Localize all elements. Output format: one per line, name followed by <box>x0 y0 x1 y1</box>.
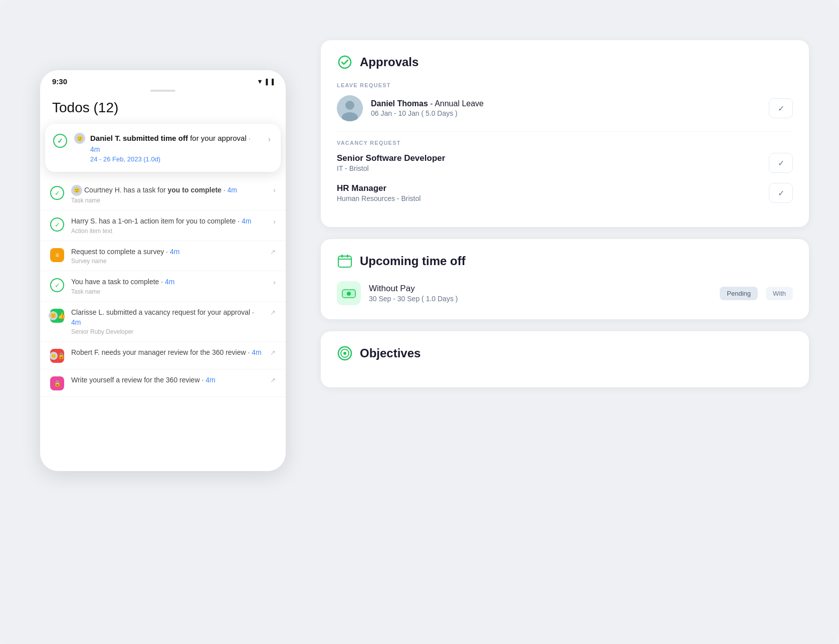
avatar-clarisse: 🙂 <box>49 311 58 320</box>
avatar-daniel <box>337 95 363 121</box>
svg-point-2 <box>345 101 354 110</box>
approve-vacancy1-button[interactable]: ✓ <box>769 153 793 173</box>
todo-item-title: You have a task to complete · 4m <box>71 277 266 287</box>
todo-item-sub: Senior Ruby Developer <box>71 328 263 335</box>
page-container: 9:30 ▾ ▐ ▐ Todos (12) ✓ 🙂 <box>0 0 839 644</box>
list-item[interactable]: ✓ You have a task to complete · 4m Task … <box>40 271 286 302</box>
approvals-card: Approvals LEAVE REQUEST Daniel Thomas - … <box>321 40 809 227</box>
vacancy-meta-2: Human Resources - Bristol <box>337 194 769 202</box>
survey-icon: ≡ <box>50 248 64 262</box>
todo-card-content: 🙂 Daniel T. submitted time off for your … <box>74 133 261 163</box>
arrow-icon: › <box>268 135 271 144</box>
signal-icon: ▐ <box>264 79 268 85</box>
phone-title: Todos (12) <box>40 100 286 124</box>
pending-badge: Pending <box>720 287 758 300</box>
todo-title-rest: for your approval <box>188 134 247 142</box>
list-item[interactable]: 🙂 🔒 Robert F. needs your manager review … <box>40 342 286 369</box>
todo-card-expanded[interactable]: ✓ 🙂 Daniel T. submitted time off for you… <box>45 124 281 172</box>
list-item[interactable]: 🔒 Write yourself a review for the 360 re… <box>40 369 286 397</box>
todo-item-title: Robert F. needs your manager review for … <box>71 348 263 358</box>
phone: 9:30 ▾ ▐ ▐ Todos (12) ✓ 🙂 <box>40 70 286 471</box>
svg-rect-4 <box>338 256 351 267</box>
approve-leave-button[interactable]: ✓ <box>769 98 793 118</box>
time-off-info: Without Pay 30 Sep - 30 Sep ( 1.0 Days ) <box>369 284 712 303</box>
vacancy-meta-1: IT - Bristol <box>337 164 769 172</box>
list-item[interactable]: 🙂 👍 Clarisse L. submitted a vacancy requ… <box>40 302 286 342</box>
with-badge: With <box>766 287 793 300</box>
phone-status-bar: 9:30 ▾ ▐ ▐ <box>40 70 286 90</box>
vacancy-item-1: Senior Software Developer IT - Bristol ✓ <box>337 153 793 173</box>
arrow-icon: › <box>273 186 276 194</box>
approvals-header: Approvals <box>337 54 793 70</box>
list-item[interactable]: ≡ Request to complete a survey · 4m Surv… <box>40 241 286 272</box>
external-link-icon: ↗ <box>270 376 276 384</box>
vacancy-info-2: HR Manager Human Resources - Bristol <box>337 183 769 202</box>
time-off-name: Without Pay <box>369 284 712 294</box>
lock-icon: 🙂 🔒 <box>50 349 64 363</box>
todo-list: ✓ 🙂 Courtney H. has a task for you to co… <box>40 175 286 397</box>
approvals-check-icon <box>337 54 353 70</box>
time-off-dates: 30 Sep - 30 Sep ( 1.0 Days ) <box>369 295 712 303</box>
svg-point-11 <box>343 352 346 355</box>
check-green-icon: ✓ <box>50 186 64 200</box>
check-icon: ✓ <box>778 104 784 113</box>
approval-name: Daniel Thomas - Annual Leave <box>371 99 761 108</box>
list-item[interactable]: ✓ 🙂 Courtney H. has a task for you to co… <box>40 179 286 210</box>
todo-item-body: Robert F. needs your manager review for … <box>71 348 263 358</box>
lock2-icon: 🔒 <box>50 376 64 390</box>
leave-approval-item: Daniel Thomas - Annual Leave 06 Jan - 10… <box>337 95 793 121</box>
wifi-icon: ▾ <box>258 78 262 85</box>
todo-item-body: Clarisse L. submitted a vacancy request … <box>71 308 263 335</box>
todo-item-body: You have a task to complete · 4m Task na… <box>71 277 266 295</box>
todo-subtitle: 24 - 26 Feb, 2023 (1.0d) <box>90 155 261 163</box>
todo-title: Daniel T. submitted time off for your ap… <box>90 133 261 154</box>
todo-item-sub: Survey name <box>71 258 263 265</box>
leave-request-label: LEAVE REQUEST <box>337 82 793 88</box>
approval-meta: 06 Jan - 10 Jan ( 5.0 Days ) <box>371 109 761 117</box>
svg-rect-5 <box>341 255 343 258</box>
objectives-icon <box>337 345 353 361</box>
check-green-icon: ✓ <box>50 218 64 232</box>
money-icon <box>337 281 361 305</box>
external-link-icon: ↗ <box>270 349 276 356</box>
phone-handle <box>150 90 175 92</box>
vacancy-request-label: VACANCY REQUEST <box>337 140 793 146</box>
svg-point-8 <box>347 292 351 296</box>
phone-time: 9:30 <box>52 77 67 86</box>
external-link-icon: ↗ <box>270 309 276 316</box>
avatar-small: 🙂 <box>74 133 85 144</box>
check-icon: ✓ <box>57 137 63 145</box>
todo-item-title: Write yourself a review for the 360 revi… <box>71 375 263 385</box>
time-off-title: Upcoming time off <box>360 254 466 268</box>
todo-item-title: Clarisse L. submitted a vacancy request … <box>71 308 263 327</box>
vacancy-info-1: Senior Software Developer IT - Bristol <box>337 153 769 172</box>
check-green-icon: ✓ <box>50 278 64 292</box>
objectives-title: Objectives <box>360 346 421 360</box>
check-icon: ✓ <box>778 188 784 198</box>
external-link-icon: ↗ <box>270 248 276 256</box>
vacancy-item-2: HR Manager Human Resources - Bristol ✓ <box>337 183 793 203</box>
todo-item-body: Harry S. has a 1-on-1 action item for yo… <box>71 217 266 235</box>
calendar-icon <box>337 253 353 269</box>
svg-point-0 <box>339 56 351 68</box>
time-off-card: Upcoming time off Without Pay 30 Sep - 3… <box>321 239 809 319</box>
phone-wrap: 9:30 ▾ ▐ ▐ Todos (12) ✓ 🙂 <box>40 70 291 471</box>
check-icon: ✓ <box>778 158 784 168</box>
avatar-courtney: 🙂 <box>71 185 82 196</box>
todo-card-main: 🙂 Daniel T. submitted time off for your … <box>74 133 261 163</box>
todo-item-body: Write yourself a review for the 360 revi… <box>71 375 263 385</box>
todo-item-sub: Task name <box>71 197 266 204</box>
approve-vacancy2-button[interactable]: ✓ <box>769 183 793 203</box>
time-off-item: Without Pay 30 Sep - 30 Sep ( 1.0 Days )… <box>337 281 793 305</box>
arrow-icon: › <box>273 278 276 286</box>
todo-check-circle: ✓ <box>53 134 67 148</box>
todo-item-title: Harry S. has a 1-on-1 action item for yo… <box>71 217 266 227</box>
todo-item-body: Request to complete a survey · 4m Survey… <box>71 247 263 265</box>
objectives-card: Objectives <box>321 331 809 387</box>
thumbs-icon: 🙂 👍 <box>50 309 64 323</box>
approvals-title: Approvals <box>360 55 418 69</box>
time-off-header: Upcoming time off <box>337 253 793 269</box>
list-item[interactable]: ✓ Harry S. has a 1-on-1 action item for … <box>40 210 286 241</box>
todo-text-block: Daniel T. submitted time off for your ap… <box>90 133 261 163</box>
svg-rect-6 <box>347 255 348 258</box>
